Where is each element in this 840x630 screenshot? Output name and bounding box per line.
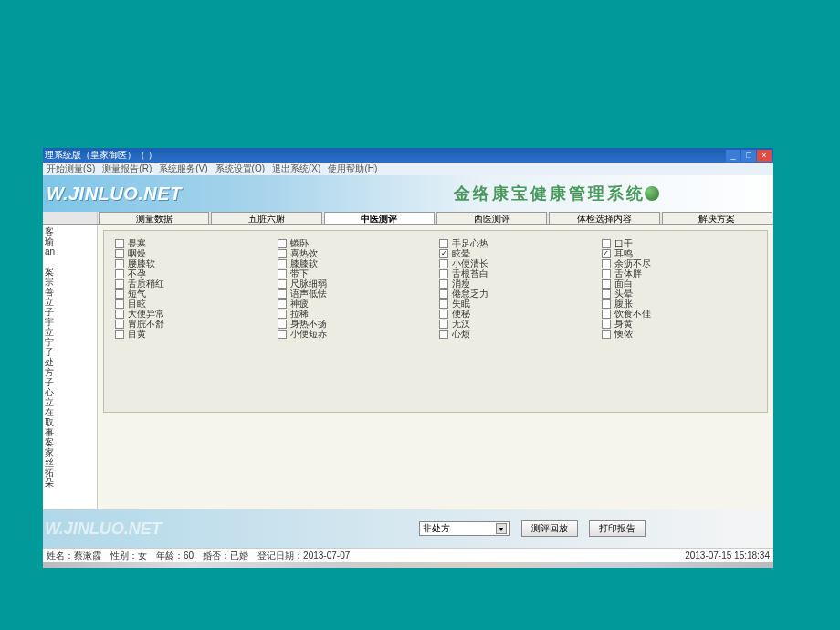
menu-help[interactable]: 使用帮助(H) (328, 163, 377, 175)
maximize-button[interactable]: □ (741, 150, 756, 162)
checkbox-icon (439, 259, 448, 268)
menu-report[interactable]: 测量报告(R) (102, 163, 152, 175)
checkbox-icon (278, 330, 287, 339)
menu-settings[interactable]: 系统设置(O) (215, 163, 265, 175)
menu-start[interactable]: 开始测量(S) (47, 163, 95, 175)
checkbox-icon (439, 330, 448, 339)
symptom-panel: 畏寒蜷卧手足心热口干咽燥喜热饮眩晕耳鸣腰膝软膝膝软小便清长余沥不尽不孕带下舌根苔… (103, 230, 768, 413)
checkbox-icon (602, 299, 611, 309)
checkbox-icon (602, 320, 611, 329)
checkbox-icon (602, 279, 611, 289)
checkbox-icon (115, 320, 124, 329)
checkbox-icon (278, 289, 287, 299)
checkbox-icon (602, 289, 611, 299)
checkbox-icon (439, 269, 448, 278)
footer-url: W.JINLUO.NET (45, 520, 162, 539)
header-banner: W.JINLUO.NET 金络康宝健康管理系统 (43, 175, 773, 212)
checkbox-icon (115, 239, 124, 248)
checkbox-icon (602, 330, 611, 339)
datetime: 2013-07-15 15:18:34 (685, 551, 770, 561)
menubar: 开始测量(S) 测量报告(R) 系统服务(V) 系统设置(O) 退出系统(X) … (43, 163, 773, 175)
replay-button[interactable]: 测评回放 (521, 520, 578, 537)
checkbox-icon (278, 269, 287, 278)
window-controls: _ □ × (726, 150, 772, 162)
tab-solutions[interactable]: 解决方案 (662, 212, 772, 224)
banner-dot-icon (645, 186, 659, 201)
symptom-checkbox[interactable]: 小便短赤 (278, 329, 433, 339)
sidebar-header (43, 212, 98, 224)
checkbox-icon (439, 249, 448, 258)
checkbox-icon (115, 249, 124, 258)
banner-url: W.JINLUO.NET (47, 184, 182, 205)
checkbox-icon (115, 310, 124, 319)
checkbox-icon (115, 279, 124, 289)
tab-organs[interactable]: 五脏六腑 (211, 212, 321, 224)
symptom-label: 懊侬 (614, 328, 633, 341)
patient-info: 姓名：蔡漱霞 性别：女 年龄：60 婚否：已婚 登记日期：2013-07-07 (47, 550, 350, 562)
prescription-combo[interactable]: 非处方 ▼ (419, 521, 510, 536)
checkbox-icon (602, 239, 611, 248)
checkbox-icon (602, 249, 611, 258)
chevron-down-icon: ▼ (496, 523, 507, 534)
checkbox-icon (115, 299, 124, 309)
checkbox-icon (278, 310, 287, 319)
checkbox-icon (278, 279, 287, 289)
statusbar: 姓名：蔡漱霞 性别：女 年龄：60 婚否：已婚 登记日期：2013-07-07 … (43, 548, 773, 562)
symptom-checkbox[interactable]: 目黄 (115, 329, 270, 339)
checkbox-icon (278, 299, 287, 309)
checkbox-icon (278, 239, 287, 248)
content-row: 客 瑜 an 案 宗 善 立 子 宇 立 宁 子 处 方 子 心 立 在 取 事… (43, 225, 773, 509)
combo-value: 非处方 (423, 522, 450, 535)
symptom-label: 小便短赤 (290, 328, 327, 341)
checkbox-icon (439, 320, 448, 329)
checkbox-icon (115, 269, 124, 278)
banner-title: 金络康宝健康管理系统 (454, 183, 646, 205)
symptom-checkbox[interactable]: 懊侬 (602, 329, 757, 339)
tab-exam-content[interactable]: 体检选择内容 (549, 212, 659, 224)
checkbox-icon (115, 289, 124, 299)
checkbox-icon (439, 299, 448, 309)
checkbox-icon (278, 259, 287, 268)
checkbox-icon (115, 259, 124, 268)
symptom-grid: 畏寒蜷卧手足心热口干咽燥喜热饮眩晕耳鸣腰膝软膝膝软小便清长余沥不尽不孕带下舌根苔… (115, 238, 756, 339)
checkbox-icon (439, 239, 448, 248)
bottom-strip (43, 562, 773, 568)
footer-controls: 非处方 ▼ 测评回放 打印报告 (419, 520, 646, 537)
titlebar: 理系统版（皇家御医）（ ） _ □ × (43, 148, 773, 163)
main-panel: 畏寒蜷卧手足心热口干咽燥喜热饮眩晕耳鸣腰膝软膝膝软小便清长余沥不尽不孕带下舌根苔… (98, 225, 773, 509)
app-window: 理系统版（皇家御医）（ ） _ □ × 开始测量(S) 测量报告(R) 系统服务… (43, 148, 773, 568)
footer-banner: W.JINLUO.NET 非处方 ▼ 测评回放 打印报告 (43, 509, 773, 548)
checkbox-icon (602, 310, 611, 319)
checkbox-icon (278, 249, 287, 258)
checkbox-icon (602, 259, 611, 268)
checkbox-icon (602, 269, 611, 278)
checkbox-icon (115, 330, 124, 339)
tab-tcm-eval[interactable]: 中医测评 (324, 212, 435, 224)
sidebar-text: 客 瑜 an 案 宗 善 立 子 宇 立 宁 子 处 方 子 心 立 在 取 事… (45, 226, 95, 488)
tab-measure-data[interactable]: 测量数据 (99, 212, 209, 224)
tabs-row: 测量数据 五脏六腑 中医测评 西医测评 体检选择内容 解决方案 (43, 212, 773, 225)
symptom-label: 心烦 (452, 328, 470, 341)
menu-service[interactable]: 系统服务(V) (159, 163, 207, 175)
minimize-button[interactable]: _ (726, 150, 740, 162)
symptom-label: 目黄 (128, 328, 146, 341)
checkbox-icon (439, 279, 448, 289)
tab-western-eval[interactable]: 西医测评 (436, 212, 547, 224)
checkbox-icon (439, 289, 448, 299)
checkbox-icon (439, 310, 448, 319)
menu-exit[interactable]: 退出系统(X) (272, 163, 320, 175)
close-button[interactable]: × (757, 150, 772, 162)
window-title: 理系统版（皇家御医）（ ） (45, 149, 157, 162)
symptom-checkbox[interactable]: 心烦 (439, 329, 594, 339)
sidebar: 客 瑜 an 案 宗 善 立 子 宇 立 宁 子 处 方 子 心 立 在 取 事… (43, 225, 98, 509)
print-button[interactable]: 打印报告 (589, 520, 646, 537)
checkbox-icon (278, 320, 287, 329)
